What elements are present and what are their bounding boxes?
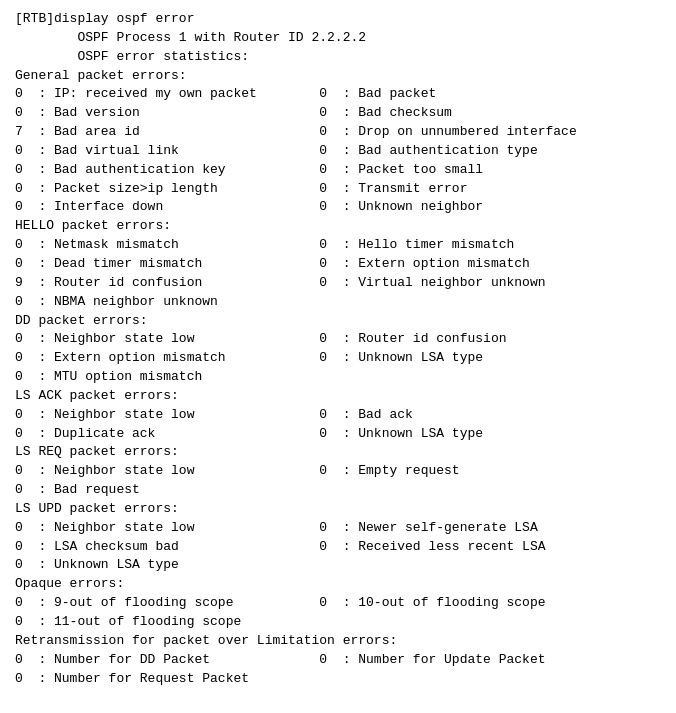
terminal-line: 0 : Packet size>ip length 0 : Transmit e…: [15, 180, 661, 199]
terminal-line: 0 : 11-out of flooding scope: [15, 613, 661, 632]
terminal-line: 0 : Duplicate ack 0 : Unknown LSA type: [15, 425, 661, 444]
terminal-line: 7 : Bad area id 0 : Drop on unnumbered i…: [15, 123, 661, 142]
terminal-line: 0 : Neighbor state low 0 : Newer self-ge…: [15, 519, 661, 538]
terminal-line: HELLO packet errors:: [15, 217, 661, 236]
terminal-line: 9 : Router id confusion 0 : Virtual neig…: [15, 274, 661, 293]
terminal-line: 0 : LSA checksum bad 0 : Received less r…: [15, 538, 661, 557]
terminal-output: [RTB]display ospf error OSPF Process 1 w…: [15, 10, 661, 688]
terminal-line: OSPF error statistics:: [15, 48, 661, 67]
terminal-line: 0 : NBMA neighbor unknown: [15, 293, 661, 312]
terminal-line: 0 : Number for DD Packet 0 : Number for …: [15, 651, 661, 670]
terminal-line: 0 : Neighbor state low 0 : Bad ack: [15, 406, 661, 425]
terminal-line: 0 : Bad virtual link 0 : Bad authenticat…: [15, 142, 661, 161]
terminal-line: LS UPD packet errors:: [15, 500, 661, 519]
terminal-line: 0 : Bad version 0 : Bad checksum: [15, 104, 661, 123]
terminal-line: General packet errors:: [15, 67, 661, 86]
terminal-line: 0 : Bad authentication key 0 : Packet to…: [15, 161, 661, 180]
terminal-line: 0 : 9-out of flooding scope 0 : 10-out o…: [15, 594, 661, 613]
terminal-line: LS ACK packet errors:: [15, 387, 661, 406]
terminal-line: 0 : Neighbor state low 0 : Router id con…: [15, 330, 661, 349]
terminal-line: 0 : Dead timer mismatch 0 : Extern optio…: [15, 255, 661, 274]
terminal-line: Retransmission for packet over Limitatio…: [15, 632, 661, 651]
terminal-line: 0 : Bad request: [15, 481, 661, 500]
terminal-line: 0 : Extern option mismatch 0 : Unknown L…: [15, 349, 661, 368]
terminal-line: 0 : Netmask mismatch 0 : Hello timer mis…: [15, 236, 661, 255]
terminal-line: LS REQ packet errors:: [15, 443, 661, 462]
terminal-line: 0 : Unknown LSA type: [15, 556, 661, 575]
terminal-line: DD packet errors:: [15, 312, 661, 331]
terminal-line: OSPF Process 1 with Router ID 2.2.2.2: [15, 29, 661, 48]
terminal-line: Opaque errors:: [15, 575, 661, 594]
terminal-line: 0 : IP: received my own packet 0 : Bad p…: [15, 85, 661, 104]
terminal-line: 0 : Number for Request Packet: [15, 670, 661, 689]
terminal-line: [RTB]display ospf error: [15, 10, 661, 29]
terminal-line: 0 : Interface down 0 : Unknown neighbor: [15, 198, 661, 217]
terminal-line: 0 : Neighbor state low 0 : Empty request: [15, 462, 661, 481]
terminal-line: 0 : MTU option mismatch: [15, 368, 661, 387]
